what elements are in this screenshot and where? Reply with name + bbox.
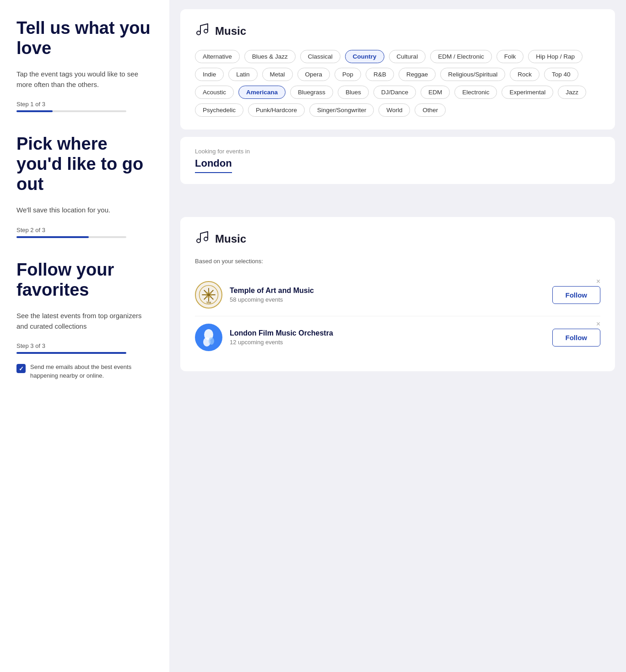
organizer-row-lfmo: London Film Music Orchestra 12 upcoming … [195,316,600,358]
tag-metal[interactable]: Metal [262,68,293,81]
follow-favorites-card: Music Based on your selections: TAM Temp… [180,217,615,371]
email-checkbox-label: Send me emails about the best events hap… [30,363,153,379]
tag-religious-spiritual[interactable]: Religious/Spiritual [440,68,505,81]
step1-block: Tell us what you love Tap the event tags… [16,18,153,112]
music-icon-2 [195,230,210,248]
tag-alternative[interactable]: Alternative [195,50,240,63]
close-lfmo-icon[interactable]: × [596,320,600,328]
tag-hip-hop---rap[interactable]: Hip Hop / Rap [528,50,583,63]
tag-r-b[interactable]: R&B [366,68,394,81]
svg-text:TAM: TAM [206,301,211,304]
tag-rock[interactable]: Rock [510,68,540,81]
organizer-info-lfmo: London Film Music Orchestra 12 upcoming … [230,329,545,346]
music-card-title-2: Music [215,233,246,245]
step3-bar-track [16,352,126,354]
step2-desc: We'll save this location for you. [16,205,153,216]
tag-country[interactable]: Country [345,50,384,63]
organizer-avatar-lfmo [195,324,222,351]
music-icon-1 [195,22,210,40]
step3-bar-fill [16,352,126,354]
tag-folk[interactable]: Folk [496,50,524,63]
close-tam-icon[interactable]: × [596,277,600,286]
left-panel: Tell us what you love Tap the event tags… [0,0,169,672]
tags-container: AlternativeBlues & JazzClassicalCountryC… [195,50,600,117]
step2-bar-track [16,236,126,238]
location-value[interactable]: London [195,157,232,173]
organizer-events-tam: 58 upcoming events [230,296,545,303]
step3-label: Step 3 of 3 [16,342,153,349]
location-label: Looking for events in [195,148,600,155]
music-tags-card: Music AlternativeBlues & JazzClassicalCo… [180,9,615,130]
tag-dj-dance[interactable]: DJ/Dance [373,86,416,99]
step2-indicator: Step 2 of 3 [16,227,153,238]
tag-acoustic[interactable]: Acoustic [195,86,234,99]
organizer-info-tam: Temple of Art and Music 58 upcoming even… [230,287,545,303]
email-checkbox[interactable] [16,364,26,373]
email-checkbox-row[interactable]: Send me emails about the best events hap… [16,363,153,379]
tag-jazz[interactable]: Jazz [558,86,586,99]
music-card-header-2: Music [195,230,600,248]
tag-psychedelic[interactable]: Psychedelic [195,103,243,117]
follow-button-lfmo[interactable]: Follow [552,329,601,347]
step1-label: Step 1 of 3 [16,101,153,108]
tag-classical[interactable]: Classical [300,50,340,63]
tag-americana[interactable]: Americana [238,86,286,99]
step2-bar-fill [16,236,89,238]
organizer-name-tam: Temple of Art and Music [230,287,545,295]
right-panel: Music AlternativeBlues & JazzClassicalCo… [169,0,626,672]
tag-edm---electronic[interactable]: EDM / Electronic [430,50,492,63]
step2-label: Step 2 of 3 [16,227,153,233]
tag-reggae[interactable]: Reggae [399,68,436,81]
follow-button-tam[interactable]: Follow [552,286,601,304]
music-card-header: Music [195,22,600,40]
step1-bar-fill [16,110,53,112]
tag-latin[interactable]: Latin [228,68,257,81]
step1-bar-track [16,110,126,112]
svg-point-2 [197,239,200,243]
step1-title: Tell us what you love [16,18,153,58]
step3-desc: See the latest events from top organizer… [16,311,153,331]
tag-other[interactable]: Other [415,103,446,117]
tag-world[interactable]: World [378,103,410,117]
organizer-row-tam: TAM Temple of Art and Music 58 upcoming … [195,274,600,316]
step3-indicator: Step 3 of 3 [16,342,153,354]
spacer [180,191,615,210]
tag-opera[interactable]: Opera [297,68,330,81]
step2-title: Pick where you'd like to go out [16,134,153,194]
svg-point-13 [209,337,214,345]
step1-indicator: Step 1 of 3 [16,101,153,112]
tag-punk-hardcore[interactable]: Punk/Hardcore [248,103,305,117]
organizer-events-lfmo: 12 upcoming events [230,339,545,346]
tag-edm[interactable]: EDM [421,86,450,99]
tag-cultural[interactable]: Cultural [389,50,426,63]
organizer-avatar-tam: TAM [195,281,222,309]
svg-point-3 [204,237,208,241]
svg-point-1 [204,29,208,33]
organizer-name-lfmo: London Film Music Orchestra [230,329,545,337]
tag-experimental[interactable]: Experimental [502,86,553,99]
location-card: Looking for events in London [180,137,615,184]
step2-block: Pick where you'd like to go out We'll sa… [16,134,153,238]
step1-desc: Tap the event tags you would like to see… [16,69,153,90]
tag-bluegrass[interactable]: Bluegrass [290,86,333,99]
tag-pop[interactable]: Pop [335,68,361,81]
based-on-label: Based on your selections: [195,258,600,265]
tag-blues---jazz[interactable]: Blues & Jazz [244,50,296,63]
tag-electronic[interactable]: Electronic [454,86,497,99]
step3-title: Follow your favorites [16,260,153,300]
tag-blues[interactable]: Blues [338,86,369,99]
tag-top-40[interactable]: Top 40 [544,68,578,81]
svg-point-0 [197,31,200,35]
music-card-title-1: Music [215,25,246,38]
tag-indie[interactable]: Indie [195,68,224,81]
tag-singer-songwriter[interactable]: Singer/Songwriter [309,103,374,117]
step3-block: Follow your favorites See the latest eve… [16,260,153,380]
